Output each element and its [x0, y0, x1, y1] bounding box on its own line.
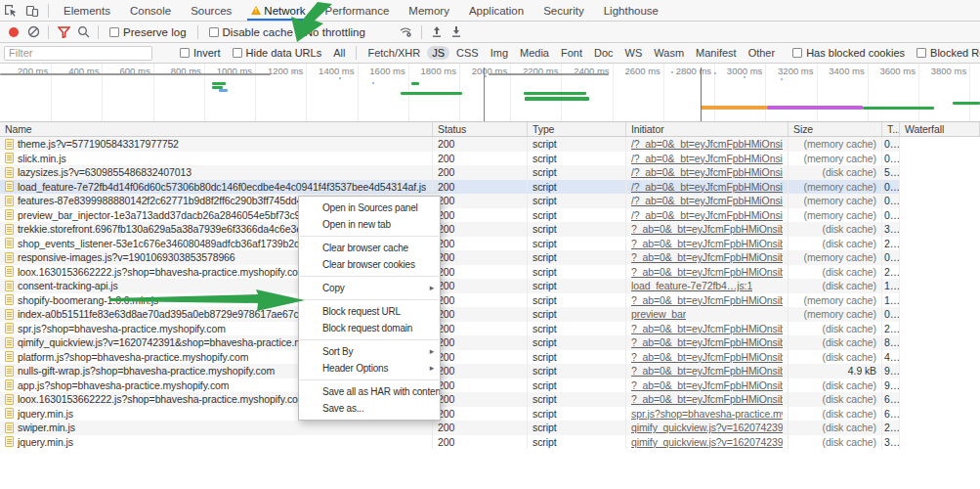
tab-security[interactable]: Security: [541, 0, 586, 21]
filter-pill-media[interactable]: Media: [515, 46, 554, 60]
initiator-cell[interactable]: ?_ab=0&_bt=eyJfcmFpbHMiOnsibWVzc2F…: [626, 265, 788, 280]
table-row[interactable]: platform.js?shop=bhavesha-practice.mysho…: [0, 350, 980, 365]
column-header-t[interactable]: T...: [882, 122, 900, 136]
initiator-cell[interactable]: ?_ab=0&_bt=eyJfcmFpbHMiOnsibWVzc2F…: [626, 378, 788, 393]
filter-pill-css[interactable]: CSS: [451, 46, 484, 60]
initiator-link[interactable]: ?_ab=0&_bt=eyJfcmFpbHMiOnsibWVzc2F…: [631, 365, 783, 377]
checkbox-box[interactable]: [180, 48, 190, 58]
initiator-link[interactable]: /?_ab=0&_bt=eyJfcmFpbHMiOnsibWVzc2…: [631, 166, 783, 178]
preserve-log-checkbox[interactable]: Preserve log: [109, 26, 187, 38]
initiator-link[interactable]: /?_ab=0&_bt=eyJfcmFpbHMiOnsibWVzc2…: [631, 153, 783, 164]
table-row[interactable]: index-a0b51511fe83e63d8ae70ad395a0eb8729…: [0, 307, 980, 322]
column-header-name[interactable]: Name: [0, 122, 433, 136]
initiator-link[interactable]: ?_ab=0&_bt=eyJfcmFpbHMiOnsibWVzc2F…: [631, 223, 783, 235]
initiator-link[interactable]: /?_ab=0&_bt=eyJfcmFpbHMiOnsibWVzc2…: [631, 209, 783, 221]
initiator-cell[interactable]: ?_ab=0&_bt=eyJfcmFpbHMiOnsibWVzc2F…: [626, 293, 788, 308]
filter-pill-ws[interactable]: WS: [620, 46, 648, 60]
table-row[interactable]: loox.1630153662222.js?shop=bhavesha-prac…: [0, 265, 980, 280]
column-header-type[interactable]: Type: [528, 122, 626, 136]
checkbox-box[interactable]: [109, 27, 119, 37]
filter-input[interactable]: [4, 46, 152, 61]
initiator-cell[interactable]: ?_ab=0&_bt=eyJfcmFpbHMiOnsibWVzc2F…: [626, 335, 788, 350]
initiator-link[interactable]: ?_ab=0&_bt=eyJfcmFpbHMiOnsibWVzc2F…: [631, 351, 783, 363]
initiator-link[interactable]: ?_ab=0&_bt=eyJfcmFpbHMiOnsibWVzc2F…: [631, 393, 783, 405]
table-row[interactable]: nulls-gift-wrap.js?shop=bhavesha-practic…: [0, 364, 980, 378]
filter-pill-js[interactable]: JS: [427, 46, 449, 60]
initiator-cell[interactable]: /?_ab=0&_bt=eyJfcmFpbHMiOnsibWVzc2…: [626, 194, 788, 208]
initiator-cell[interactable]: /?_ab=0&_bt=eyJfcmFpbHMiOnsibWVzc2…: [626, 152, 788, 166]
export-har-icon[interactable]: [447, 22, 466, 42]
initiator-cell[interactable]: /?_ab=0&_bt=eyJfcmFpbHMiOnsibWVzc2…: [626, 165, 788, 180]
checkbox-box[interactable]: [233, 48, 242, 58]
tab-performance[interactable]: Performance: [323, 0, 392, 21]
initiator-link[interactable]: spr.js?shop=bhavesha-practice.myshopify.…: [631, 408, 783, 420]
initiator-cell[interactable]: ?_ab=0&_bt=eyJfcmFpbHMiOnsibWVzc2F…: [626, 250, 788, 265]
checkbox-box[interactable]: [916, 48, 926, 58]
menu-item-clear-browser-cookies[interactable]: Clear browser cookies: [299, 256, 440, 273]
table-row[interactable]: jquery.min.js200scriptspr.js?shop=bhaves…: [0, 407, 980, 422]
table-row[interactable]: loox.1630153662222.js?shop=bhavesha-prac…: [0, 392, 980, 407]
column-header-size[interactable]: Size: [788, 122, 882, 136]
initiator-cell[interactable]: /?_ab=0&_bt=eyJfcmFpbHMiOnsibWVzc2…: [626, 180, 788, 195]
hide-data-urls-checkbox[interactable]: Hide data URLs: [233, 47, 322, 59]
table-row[interactable]: lazysizes.js?v=6309855486832407013200scr…: [0, 165, 980, 180]
request-name-cell[interactable]: lazysizes.js?v=6309855486832407013: [0, 165, 433, 180]
table-row[interactable]: trekkie.storefront.6967fb130a629a5a38a79…: [0, 222, 980, 237]
filter-pill-manifest[interactable]: Manifest: [691, 46, 742, 60]
column-header-status[interactable]: Status: [433, 122, 528, 136]
initiator-link[interactable]: ?_ab=0&_bt=eyJfcmFpbHMiOnsibWVzc2F…: [631, 266, 783, 278]
menu-item-copy[interactable]: Copy▸: [299, 280, 440, 296]
initiator-link[interactable]: ?_ab=0&_bt=eyJfcmFpbHMiOnsibWVzc2F…: [631, 336, 783, 348]
filter-pill-wasm[interactable]: Wasm: [649, 46, 689, 60]
table-row[interactable]: preview_bar_injector-1e3a713add37dacb26a…: [0, 208, 980, 223]
clear-network-log-icon[interactable]: [23, 22, 43, 42]
initiator-cell[interactable]: ?_ab=0&_bt=eyJfcmFpbHMiOnsibWVzc2F…: [626, 350, 788, 365]
network-overview-timeline[interactable]: 200 ms400 ms600 ms800 ms1000 ms1200 ms14…: [0, 64, 980, 122]
initiator-link[interactable]: ?_ab=0&_bt=eyJfcmFpbHMiOnsibWVzc2F…: [631, 294, 783, 306]
tab-console[interactable]: Console: [128, 0, 173, 21]
blocked-requests-checkbox[interactable]: Blocked Requests: [916, 47, 980, 59]
initiator-link[interactable]: /?_ab=0&_bt=eyJfcmFpbHMiOnsibWVzc2…: [631, 181, 783, 193]
request-name-cell[interactable]: slick.min.js: [0, 152, 433, 166]
request-name-cell[interactable]: theme.js?v=5771905843317977752: [0, 137, 433, 152]
filter-pill-doc[interactable]: Doc: [589, 46, 618, 60]
menu-item-save-as-[interactable]: Save as...: [299, 400, 440, 417]
initiator-cell[interactable]: ?_ab=0&_bt=eyJfcmFpbHMiOnsibWVzc2F…: [626, 237, 788, 251]
initiator-cell[interactable]: ?_ab=0&_bt=eyJfcmFpbHMiOnsibWVzc2F…: [626, 364, 788, 378]
filter-pill-all[interactable]: All: [328, 46, 350, 60]
request-name-cell[interactable]: jquery.min.js: [0, 435, 433, 450]
inspect-element-icon[interactable]: [0, 0, 21, 21]
tab-memory[interactable]: Memory: [406, 0, 451, 21]
network-conditions-icon[interactable]: [397, 22, 416, 42]
initiator-link[interactable]: ?_ab=0&_bt=eyJfcmFpbHMiOnsibWVzc2F…: [631, 238, 783, 249]
checkbox-box[interactable]: [792, 48, 802, 58]
invert-checkbox[interactable]: Invert: [180, 47, 221, 59]
initiator-link[interactable]: ?_ab=0&_bt=eyJfcmFpbHMiOnsibWVzc2F…: [631, 379, 783, 391]
tab-elements[interactable]: Elements: [62, 0, 112, 21]
table-row[interactable]: jquery.min.js200scriptqimify_quickview.j…: [0, 435, 980, 450]
initiator-link[interactable]: /?_ab=0&_bt=eyJfcmFpbHMiOnsibWVzc2…: [631, 195, 783, 206]
menu-item-header-options[interactable]: Header Options▸: [299, 360, 440, 377]
menu-item-clear-browser-cache[interactable]: Clear browser cache: [299, 240, 440, 256]
table-row[interactable]: features-87e8399988880142f2c62771b9d8f2f…: [0, 194, 980, 208]
initiator-link[interactable]: qimify_quickview.js?v=1620742391&shop…: [631, 436, 783, 448]
initiator-link[interactable]: qimify_quickview.js?v=1620742391&shop…: [631, 422, 783, 433]
tab-application[interactable]: Application: [467, 0, 526, 21]
tab-sources[interactable]: Sources: [189, 0, 234, 21]
device-toolbar-icon[interactable]: [21, 0, 43, 21]
menu-item-block-request-domain[interactable]: Block request domain: [299, 320, 440, 336]
record-network-log-icon[interactable]: [4, 22, 23, 42]
filter-funnel-icon[interactable]: [54, 22, 73, 42]
initiator-link[interactable]: preview_bar: [631, 308, 686, 320]
initiator-cell[interactable]: load_feature-7e72fb4…js:1: [626, 279, 788, 293]
initiator-cell[interactable]: ?_ab=0&_bt=eyJfcmFpbHMiOnsibWVzc2F…: [626, 322, 788, 336]
initiator-cell[interactable]: spr.js?shop=bhavesha-practice.myshopify.…: [626, 407, 788, 422]
table-row[interactable]: load_feature-7e72fb4d14f06d60c57306b80dc…: [0, 180, 980, 195]
initiator-cell[interactable]: preview_bar: [626, 307, 788, 322]
initiator-link[interactable]: ?_ab=0&_bt=eyJfcmFpbHMiOnsibWVzc2F…: [631, 251, 783, 263]
menu-item-save-all-as-har-with-content[interactable]: Save all as HAR with content: [299, 383, 440, 400]
tab-lighthouse[interactable]: Lighthouse: [602, 0, 660, 21]
initiator-cell[interactable]: qimify_quickview.js?v=1620742391&shop…: [626, 435, 788, 450]
table-row[interactable]: swiper.min.js200scriptqimify_quickview.j…: [0, 421, 980, 435]
table-row[interactable]: app.js?shop=bhavesha-practice.myshopify.…: [0, 378, 980, 393]
